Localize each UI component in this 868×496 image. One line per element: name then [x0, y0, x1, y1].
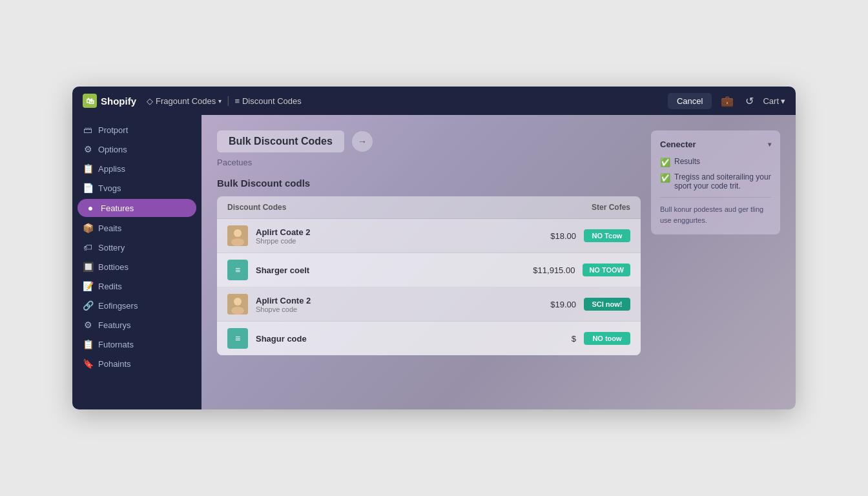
sottery-icon: 🏷 — [83, 242, 93, 253]
table-row[interactable]: Aplirt Coate 2 Shrppe code $18.00 NO Tco… — [217, 219, 641, 253]
pohaints-icon: 🔖 — [83, 358, 93, 369]
sidebar-item-peaits[interactable]: 📦 Peaits — [72, 218, 202, 238]
sidebar-item-tvogs[interactable]: 📄 Tvogs — [72, 178, 202, 198]
sidebar-item-label: Eofingsers — [98, 301, 138, 311]
right-panel: Cenecter ▾ ✅ Results ✅ Tregiss and soite… — [651, 130, 780, 234]
topbar-right: Cancel 💼 ↺ Cart ▾ — [668, 92, 785, 110]
sidebar-item-featurys[interactable]: ⚙ Featurys — [72, 315, 202, 335]
cart-chevron-icon: ▾ — [781, 96, 785, 106]
status-badge: NO Tcow — [584, 229, 630, 242]
arrow-right-button[interactable]: → — [352, 131, 373, 152]
row-price: $11,915.00 — [517, 265, 575, 275]
col-discount-codes: Discount Codes — [227, 203, 286, 212]
svg-point-5 — [231, 307, 244, 315]
breadcrumb-current: ≡ Discount Codes — [234, 96, 301, 106]
sidebar-item-futornats[interactable]: 📋 Futornats — [72, 335, 202, 354]
table-row[interactable]: ≡ Shagur code $ NO toow — [217, 322, 641, 355]
body-layout: 🗃 Protport ⚙ Options 📋 Appliss 📄 Tvogs ●… — [72, 115, 796, 409]
sidebar-item-options[interactable]: ⚙ Options — [72, 140, 202, 159]
sidebar-item-protport[interactable]: 🗃 Protport — [72, 120, 202, 140]
app-window: 🛍 Shopify ◇ Fragount Codes ▾ | ≡ Discoun… — [72, 87, 796, 409]
row-name: Aplirt Conte 2 — [256, 296, 510, 305]
panel-title-label: Cenecter — [660, 140, 696, 149]
page-subtitle: Pacetues — [217, 158, 641, 167]
table-row[interactable]: ≡ Sharger coelt $11,915.00 NO TOOW — [217, 253, 641, 287]
discount-table: Discount Codes Ster Cofes — [217, 196, 641, 355]
sidebar-item-features[interactable]: ● Features — [78, 199, 196, 217]
sidebar-item-label: Protport — [98, 125, 128, 135]
sidebar-item-bottioes[interactable]: 🔲 Bottioes — [72, 257, 202, 276]
sidebar-item-label: Pohaints — [98, 359, 131, 369]
row-name: Shagur code — [256, 334, 510, 344]
sidebar-item-pohaints[interactable]: 🔖 Pohaints — [72, 354, 202, 373]
sidebar: 🗃 Protport ⚙ Options 📋 Appliss 📄 Tvogs ●… — [72, 115, 202, 409]
redits-icon: 📝 — [83, 281, 93, 291]
sidebar-item-sottery[interactable]: 🏷 Sottery — [72, 238, 202, 257]
main-content: Bulk Discount Codes → Pacetues Bulk Disc… — [202, 115, 796, 409]
col-ster-cofes: Ster Cofes — [592, 203, 630, 212]
status-badge: NO toow — [584, 332, 630, 345]
cart-label: Cart — [763, 96, 779, 106]
panel-description: Bull konur podestes aud ger tling use en… — [660, 204, 771, 225]
row-sub: Shopve code — [256, 305, 510, 313]
check-item-label: Results — [674, 157, 700, 166]
row-info: Shagur code — [256, 334, 510, 344]
avatar: ≡ — [227, 328, 248, 349]
page-header: Bulk Discount Codes → — [217, 130, 641, 152]
row-info: Aplirt Coate 2 Shrppe code — [256, 227, 510, 245]
sidebar-item-label: Futornats — [98, 340, 134, 349]
avatar: ≡ — [227, 260, 248, 280]
row-price: $19.00 — [518, 300, 576, 309]
logo-label: Shopify — [101, 96, 136, 107]
futornats-icon: 📋 — [83, 339, 93, 349]
sidebar-item-appliss[interactable]: 📋 Appliss — [72, 159, 202, 178]
briefcase-icon-button[interactable]: 💼 — [718, 92, 736, 110]
breadcrumb: ◇ Fragount Codes ▾ | ≡ Discount Codes — [147, 95, 302, 107]
section-title: Bulk Discount codls — [217, 178, 641, 189]
row-name: Sharger coelt — [256, 265, 509, 275]
check-item-label: Tregiss and soiterailing your sport your… — [674, 172, 771, 191]
panel-title[interactable]: Cenecter ▾ — [660, 140, 771, 149]
panel-check-item-1: ✅ Results — [660, 157, 771, 167]
row-info: Sharger coelt — [256, 265, 509, 275]
sidebar-item-redits[interactable]: 📝 Redits — [72, 276, 202, 296]
bottioes-icon: 🔲 — [83, 262, 93, 272]
table-row[interactable]: Aplirt Conte 2 Shopve code $19.00 SCI no… — [217, 287, 641, 322]
avatar — [227, 225, 248, 246]
refresh-icon-button[interactable]: ↺ — [743, 92, 756, 110]
avatar — [227, 294, 248, 315]
breadcrumb-separator: | — [227, 95, 229, 107]
table-header: Discount Codes Ster Cofes — [217, 196, 641, 219]
sidebar-item-label: Sottery — [98, 243, 125, 253]
content-area: Bulk Discount Codes → Pacetues Bulk Disc… — [217, 130, 641, 394]
row-price: $ — [518, 334, 576, 344]
sidebar-item-label: Options — [98, 145, 127, 154]
row-info: Aplirt Conte 2 Shopve code — [256, 296, 510, 313]
options-icon: ⚙ — [83, 144, 93, 154]
protport-icon: 🗃 — [83, 125, 93, 135]
cancel-button[interactable]: Cancel — [668, 93, 712, 109]
sidebar-item-label: Appliss — [98, 164, 125, 174]
eofingsers-icon: 🔗 — [83, 300, 93, 311]
appliss-icon: 📋 — [83, 163, 93, 174]
tvogs-icon: 📄 — [83, 183, 93, 193]
svg-point-4 — [234, 298, 242, 305]
breadcrumb-parent-label: Fragount Codes — [156, 96, 216, 106]
peaits-icon: 📦 — [83, 223, 93, 233]
features-icon: ● — [85, 203, 96, 213]
checkmark-icon: ✅ — [660, 158, 670, 167]
page-title-button[interactable]: Bulk Discount Codes — [217, 130, 344, 152]
status-badge: SCI now! — [584, 298, 630, 311]
breadcrumb-current-label: Discount Codes — [242, 96, 302, 106]
breadcrumb-parent[interactable]: ◇ Fragount Codes ▾ — [147, 96, 222, 106]
panel-chevron-icon: ▾ — [768, 141, 771, 148]
sidebar-item-label: Peaits — [98, 223, 121, 233]
sidebar-item-label: Bottioes — [98, 262, 129, 272]
sidebar-item-label: Tvogs — [98, 183, 121, 193]
row-sub: Shrppe code — [256, 237, 510, 245]
sidebar-item-eofingsers[interactable]: 🔗 Eofingsers — [72, 296, 202, 315]
checkmark-icon: ✅ — [660, 173, 670, 183]
cart-button[interactable]: Cart ▾ — [763, 96, 785, 106]
row-name: Aplirt Coate 2 — [256, 227, 510, 237]
status-badge: NO TOOW — [583, 264, 630, 276]
